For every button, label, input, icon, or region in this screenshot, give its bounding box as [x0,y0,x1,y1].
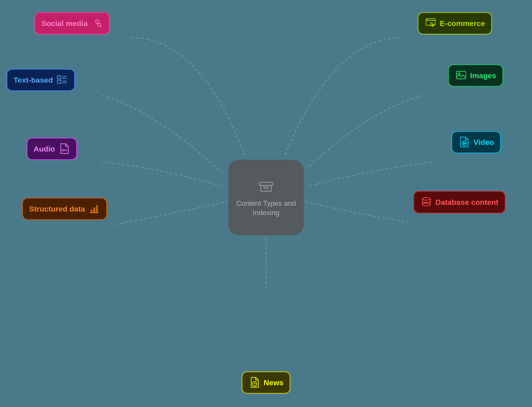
svg-rect-14 [456,71,466,79]
node-audio: Audio MP3 [27,138,77,160]
text-based-label: Text-based [14,76,53,84]
svg-rect-2 [264,187,268,188]
node-ecommerce: E-commerce [418,12,492,34]
news-label: News [264,378,283,387]
svg-text:MP3: MP3 [62,149,67,152]
structured-data-label: Structured data [29,205,85,213]
video-icon [458,136,470,149]
center-node: Content Types and Indexing [228,160,304,235]
svg-point-18 [464,143,465,144]
node-images: Images [448,64,503,87]
node-social-media: Social media [34,12,110,34]
svg-rect-22 [96,205,98,213]
node-text-based: Text-based [7,69,75,91]
database-content-label: Database content [435,198,498,207]
news-icon [249,376,261,389]
audio-label: Audio [34,145,55,153]
social-media-icon [91,17,103,30]
archive-icon [257,178,275,196]
node-database-content: Database content [413,191,505,213]
images-icon [455,69,467,82]
center-label: Content Types and Indexing [228,199,304,217]
images-label: Images [470,71,496,80]
svg-rect-21 [93,207,95,213]
database-icon [420,196,432,209]
svg-point-23 [422,197,430,200]
audio-icon: MP3 [58,142,70,155]
node-video: Video [451,131,501,153]
ecommerce-icon [425,17,437,30]
svg-rect-20 [91,210,93,213]
svg-line-4 [100,26,101,27]
ecommerce-label: E-commerce [440,19,485,28]
node-structured-data: Structured data [22,198,107,220]
svg-point-24 [422,203,430,206]
video-label: Video [474,138,494,147]
diagram-container: .connector { stroke: #a0b0c0; stroke-wid… [0,0,532,407]
node-news: News [242,371,290,394]
svg-rect-8 [57,76,61,79]
text-based-icon [56,74,68,86]
svg-rect-0 [259,182,273,186]
svg-point-3 [98,23,101,26]
social-media-label: Social media [41,19,88,28]
svg-rect-9 [57,80,61,83]
structured-data-icon [88,202,100,215]
